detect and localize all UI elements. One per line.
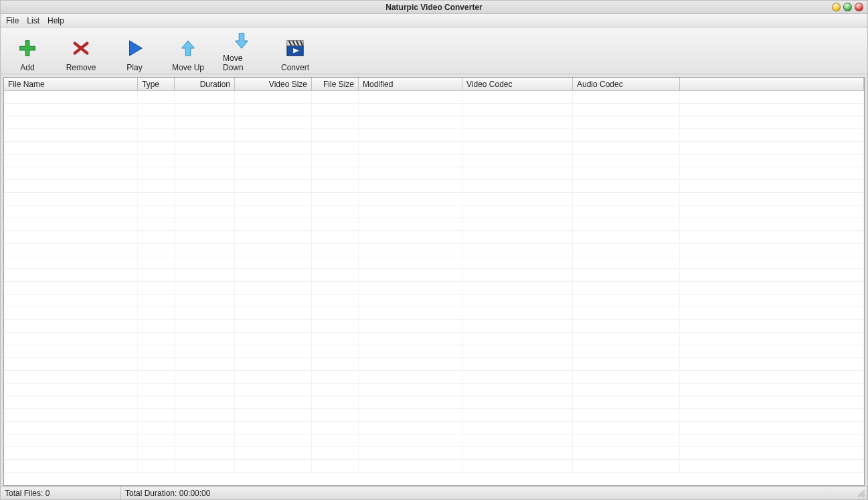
column-headers: File NameTypeDurationVideo SizeFile Size… <box>4 78 864 91</box>
play-label: Play <box>126 63 142 72</box>
table-row <box>4 104 864 116</box>
toolbar: Add Remove Play Move Up Move Down <box>1 27 867 74</box>
table-row <box>4 422 864 434</box>
table-row <box>4 116 864 129</box>
status-total-duration: Total Duration: 00:00:00 <box>121 487 867 499</box>
play-button[interactable]: Play <box>116 31 153 72</box>
menu-bar: File List Help <box>1 14 867 27</box>
menu-help[interactable]: Help <box>48 16 64 25</box>
table-row <box>4 193 864 205</box>
move-down-button[interactable]: Move Down <box>223 31 260 72</box>
total-duration-value: 00:00:00 <box>179 489 211 498</box>
file-list: File NameTypeDurationVideo SizeFile Size… <box>3 77 865 486</box>
table-row <box>4 256 864 269</box>
table-row <box>4 320 864 333</box>
column-header-audio-codec[interactable]: Audio Codec <box>573 78 680 90</box>
table-row <box>4 434 864 447</box>
convert-button[interactable]: Convert <box>276 31 314 72</box>
table-row <box>4 295 864 307</box>
menu-file[interactable]: File <box>6 16 19 25</box>
minimize-button[interactable] <box>832 3 841 11</box>
app-window: Naturpic Video Converter File List Help … <box>0 0 868 500</box>
column-header-video-codec[interactable]: Video Codec <box>462 78 573 90</box>
window-controls <box>832 3 863 11</box>
table-row <box>4 371 864 384</box>
add-button[interactable]: Add <box>9 31 46 72</box>
table-row <box>4 129 864 142</box>
column-header-duration[interactable]: Duration <box>175 78 235 90</box>
table-row <box>4 180 864 193</box>
table-row <box>4 358 864 371</box>
column-header-file-name[interactable]: File Name <box>4 78 138 90</box>
list-rows <box>4 91 864 485</box>
table-row <box>4 218 864 231</box>
maximize-button[interactable] <box>843 3 852 11</box>
column-header-video-size[interactable]: Video Size <box>235 78 312 90</box>
table-row <box>4 155 864 167</box>
column-header-type[interactable]: Type <box>138 78 175 90</box>
table-row <box>4 142 864 155</box>
status-total-files: Total Files: 0 <box>1 487 121 499</box>
window-title: Naturpic Video Converter <box>1 3 867 12</box>
arrow-up-icon <box>178 36 198 60</box>
column-header-modified[interactable]: Modified <box>359 78 462 90</box>
column-header-spacer[interactable] <box>680 78 864 90</box>
plus-icon <box>17 36 37 60</box>
convert-label: Convert <box>281 63 309 72</box>
column-header-file-size[interactable]: File Size <box>312 78 359 90</box>
total-duration-label: Total Duration: <box>125 489 177 498</box>
table-row <box>4 269 864 282</box>
move-up-button[interactable]: Move Up <box>169 31 207 72</box>
arrow-down-icon <box>232 31 252 51</box>
table-row <box>4 345 864 358</box>
table-row <box>4 333 864 345</box>
table-row <box>4 447 864 460</box>
remove-button[interactable]: Remove <box>62 31 100 72</box>
play-icon <box>124 36 145 60</box>
table-row <box>4 384 864 396</box>
x-icon <box>71 36 91 60</box>
table-row <box>4 282 864 295</box>
clapperboard-icon <box>285 36 305 60</box>
table-row <box>4 460 864 473</box>
table-row <box>4 307 864 320</box>
status-bar: Total Files: 0 Total Duration: 00:00:00 <box>1 486 867 499</box>
table-row <box>4 205 864 218</box>
table-row <box>4 167 864 180</box>
total-files-label: Total Files: <box>5 489 43 498</box>
add-label: Add <box>20 63 34 72</box>
close-button[interactable] <box>855 3 863 11</box>
move-up-label: Move Up <box>172 63 204 72</box>
table-row <box>4 396 864 409</box>
resize-grip-icon[interactable] <box>857 489 866 498</box>
table-row <box>4 409 864 422</box>
total-files-value: 0 <box>46 489 50 498</box>
table-row <box>4 231 864 244</box>
move-down-label: Move Down <box>223 54 260 72</box>
table-row <box>4 244 864 256</box>
menu-list[interactable]: List <box>27 16 39 25</box>
remove-label: Remove <box>66 63 96 72</box>
table-row <box>4 91 864 104</box>
title-bar: Naturpic Video Converter <box>1 1 867 14</box>
